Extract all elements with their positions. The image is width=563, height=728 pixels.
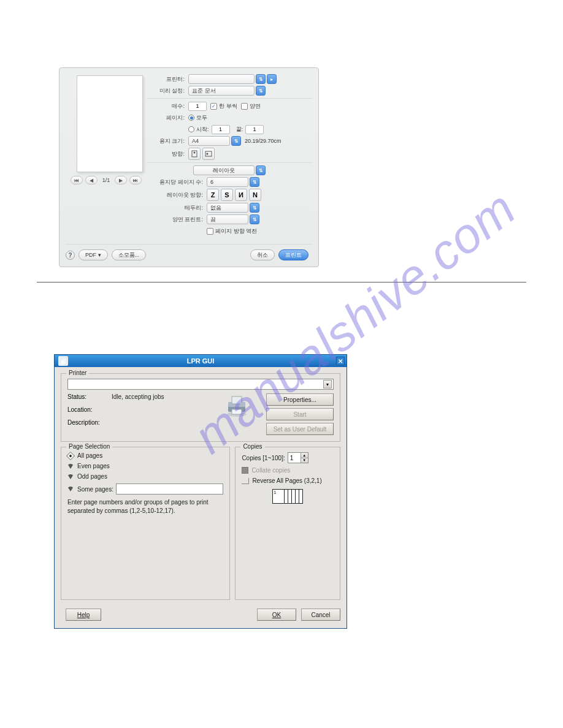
some-pages-label: Some pages: (77, 486, 113, 493)
pages-all-radio[interactable] (188, 115, 194, 121)
layout-dir-1-button[interactable]: Z (207, 189, 219, 201)
reverse-checkbox[interactable] (242, 478, 249, 484)
orient-portrait-button[interactable] (188, 148, 201, 160)
pager-prev-button[interactable]: ◀ (85, 176, 98, 184)
updown-icon[interactable]: ⇅ (250, 214, 259, 224)
collate-label: Collate copies (251, 467, 290, 474)
duplex-label: 양면 프린트: (147, 216, 203, 224)
even-pages-radio[interactable] (67, 464, 74, 469)
layout-dir-2-button[interactable]: S (221, 189, 233, 201)
printer-select[interactable] (188, 74, 255, 84)
location-label: Location: (67, 406, 112, 413)
svg-rect-7 (232, 396, 242, 404)
pager-last-button[interactable]: ⏭ (129, 176, 142, 184)
window-title: LPR GUI (187, 357, 215, 365)
printer-legend: Printer (66, 370, 89, 376)
printer-icon (223, 393, 250, 418)
close-button[interactable]: ✕ (336, 357, 345, 365)
page-selection-fieldset: Page Selection All pages Even pages Odd … (61, 447, 230, 600)
arrow-right-icon[interactable]: ▸ (267, 74, 277, 84)
spin-up-icon[interactable]: ▲ (301, 453, 308, 458)
copies-label: 매수: (147, 102, 185, 110)
copies-legend: Copies (240, 443, 264, 450)
copies-input[interactable]: 1 (188, 102, 207, 111)
pages-to-label: 끝: (236, 126, 243, 134)
odd-pages-radio[interactable] (67, 474, 74, 479)
svg-rect-8 (232, 409, 242, 414)
svg-point-3 (207, 153, 209, 155)
pages-from-label: 시작: (196, 126, 209, 134)
pages-all-label: 모두 (196, 114, 207, 122)
lpr-gui-window: 🖨 LPR GUI ✕ Printer ▾ Status: Idle, acce… (54, 354, 347, 629)
help-button[interactable]: Help (66, 609, 101, 621)
help-icon[interactable]: ? (66, 251, 75, 260)
even-pages-label: Even pages (77, 463, 110, 469)
set-default-button[interactable]: Set as User Default (266, 423, 334, 435)
flip-checkbox[interactable] (207, 228, 213, 235)
titlebar: 🖨 LPR GUI ✕ (55, 355, 347, 367)
updown-icon[interactable]: ⇅ (231, 136, 241, 146)
all-pages-label: All pages (77, 452, 102, 459)
some-pages-radio[interactable] (67, 487, 74, 491)
pagesel-legend: Page Selection (66, 443, 112, 450)
start-button[interactable]: Start (266, 408, 334, 420)
pager-next-button[interactable]: ▶ (115, 176, 127, 184)
pager-position: 1/1 (102, 177, 110, 183)
border-select[interactable]: 없음 (207, 203, 248, 213)
odd-pages-label: Odd pages (77, 473, 107, 480)
updown-icon[interactable]: ⇅ (256, 74, 266, 84)
copies-spinner[interactable]: 1 ▲▼ (288, 452, 308, 463)
spin-down-icon[interactable]: ▼ (301, 458, 308, 463)
updown-icon[interactable]: ⇅ (250, 203, 259, 213)
copies-fieldset: Copies Copies [1~100]: 1 ▲▼ Collate copi… (235, 447, 340, 600)
section-select[interactable]: 레이아웃 (193, 165, 255, 175)
per-sheet-select[interactable]: 6 (207, 177, 248, 187)
layout-dir-label: 레이아웃 방향: (147, 191, 203, 199)
pages-range-radio[interactable] (188, 126, 194, 132)
preset-select[interactable]: 표준 문서 (188, 86, 255, 96)
paper-size-select[interactable]: A4 (188, 136, 230, 146)
preset-label: 미리 설정: (147, 87, 185, 95)
collate-checkbox[interactable] (242, 467, 248, 474)
paper-label: 용지 크기: (147, 137, 185, 145)
some-pages-hint: Enter page numbers and/or groups of page… (67, 498, 223, 515)
paper-dim: 20.19/29.70cm (245, 138, 282, 144)
updown-icon[interactable]: ⇅ (256, 165, 266, 175)
supplies-button[interactable]: 소모품... (112, 249, 147, 260)
ok-button[interactable]: OK (257, 609, 296, 621)
cancel-button[interactable]: 취소 (250, 249, 275, 260)
divider (37, 282, 526, 282)
printer-label: 프린터: (147, 75, 185, 83)
layout-dir-3-button[interactable]: И (235, 189, 247, 201)
printer-fieldset: Printer ▾ Status: Idle, accepting jobs L… (61, 373, 340, 442)
pages-to-input[interactable]: 1 (245, 125, 264, 134)
print-preview-thumbnail (77, 75, 143, 172)
collate-label: 한 부씩 (219, 102, 237, 110)
updown-icon[interactable]: ⇅ (250, 177, 259, 187)
per-sheet-label: 용지당 페이지 수: (147, 178, 203, 186)
properties-button[interactable]: Properties... (266, 393, 334, 406)
svg-point-1 (194, 152, 196, 154)
all-pages-radio[interactable] (66, 451, 75, 460)
pdf-button[interactable]: PDF ▾ (79, 249, 108, 260)
copies-illustration: 3 2 1 3 2 1 (269, 489, 307, 516)
pages-from-input[interactable]: 1 (212, 125, 230, 134)
collate-checkbox[interactable]: ✓ (210, 103, 217, 110)
layout-dir-4-button[interactable]: N (249, 189, 261, 201)
print-button[interactable]: 프린트 (278, 249, 308, 260)
printer-dropdown[interactable]: ▾ (67, 379, 334, 390)
some-pages-input[interactable] (116, 483, 223, 495)
flip-label: 페이지 방향 역전 (215, 227, 257, 235)
mac-print-dialog: ⏮ ◀ 1/1 ▶ ⏭ 프린터: ⇅ ▸ 미리 설정: 표준 문서 ⇅ 매수: (59, 67, 319, 267)
orient-landscape-button[interactable] (202, 148, 215, 160)
description-label: Description: (67, 419, 112, 426)
app-icon: 🖨 (58, 356, 68, 366)
dropdown-icon: ▾ (323, 380, 332, 389)
pager-first-button[interactable]: ⏮ (71, 176, 83, 184)
copies-count-label: Copies [1~100]: (242, 455, 285, 461)
cancel-button[interactable]: Cancel (301, 609, 340, 621)
updown-icon[interactable]: ⇅ (256, 86, 266, 96)
duplex-checkbox[interactable] (241, 103, 248, 110)
duplex-select[interactable]: 끔 (207, 214, 248, 224)
duplex-cb-label: 양면 (250, 102, 261, 110)
